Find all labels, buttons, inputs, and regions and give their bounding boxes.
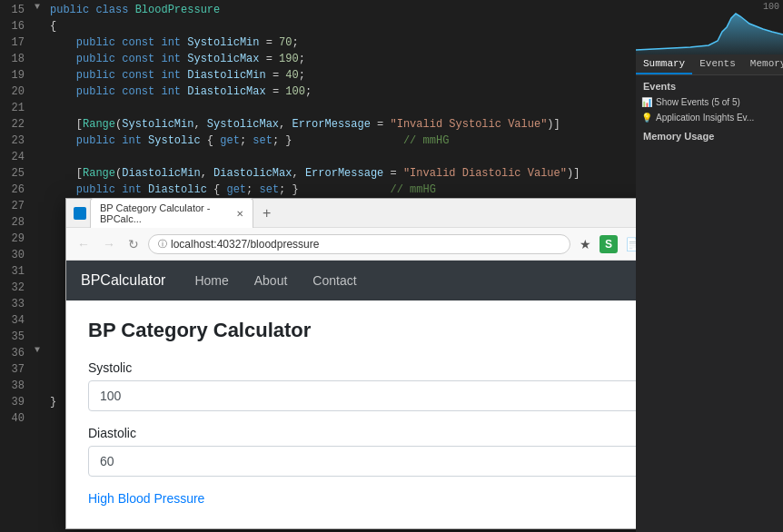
nav-link-contact[interactable]: Contact <box>302 268 367 293</box>
tab-close-button[interactable]: ✕ <box>236 209 243 219</box>
code-line-18: public const int SystolicMax = 190; <box>50 51 636 67</box>
app-insights-text: Application Insights Ev... <box>656 113 754 123</box>
browser-favicon <box>74 207 86 220</box>
tab-memory[interactable]: Memory <box>743 54 783 74</box>
app-brand: BPCalculator <box>81 272 165 289</box>
tab-title: BP Category Calculator - BPCalc... <box>100 202 231 224</box>
new-tab-button[interactable]: + <box>257 205 276 222</box>
browser-body: BPCalculator Home About Contact BP Categ… <box>66 261 636 528</box>
chart-label: 100 <box>763 2 779 12</box>
diastolic-input[interactable] <box>88 446 636 477</box>
diastolic-group: Diastolic <box>88 426 636 477</box>
page-title: BP Category Calculator <box>88 319 636 342</box>
pdf-icon[interactable]: 📄 <box>623 235 636 253</box>
lock-icon: ⓘ <box>158 238 167 251</box>
star-icon[interactable]: ★ <box>576 235 594 253</box>
diastolic-label: Diastolic <box>88 426 636 440</box>
browser-addressbar: ← → ↻ ⓘ localhost:40327/bloodpressure ★ … <box>66 228 636 261</box>
nav-links: Home About Contact <box>183 268 367 293</box>
nav-link-about[interactable]: About <box>243 268 299 293</box>
panel-tabs: Summary Events Memory <box>636 54 783 75</box>
tab-summary[interactable]: Summary <box>636 54 692 74</box>
code-line-23: public int Systolic { get; set; } // mmH… <box>50 133 636 149</box>
fold-icon-15[interactable]: ▼ <box>35 2 40 12</box>
app-content: BP Category Calculator Systolic Diastoli… <box>66 300 636 528</box>
code-line-22: [Range(SystolicMin, SystolicMax, ErrorMe… <box>50 116 636 133</box>
url-bar[interactable]: ⓘ localhost:40327/bloodpressure <box>148 234 570 254</box>
gutter: ▼ ▼ <box>32 0 50 532</box>
events-count: Show Events (5 of 5) <box>656 97 740 107</box>
app-insights-row: 💡 Application Insights Ev... <box>636 110 783 125</box>
code-line-25: [Range(DiastolicMin, DiastolicMax, Error… <box>50 165 636 182</box>
code-editor: 15 16 17 18 19 20 21 22 23 24 25 26 27 2… <box>0 0 636 532</box>
fold-icon-39[interactable]: ▼ <box>35 345 40 355</box>
line-numbers: 15 16 17 18 19 20 21 22 23 24 25 26 27 2… <box>0 0 32 532</box>
insights-icon: 💡 <box>641 113 652 123</box>
events-count-row: 📊 Show Events (5 of 5) <box>636 94 783 110</box>
browser-window: BP Category Calculator - BPCalc... ✕ + —… <box>65 198 636 529</box>
right-panel: 100 Summary Events Memory Events 📊 Show … <box>636 0 783 532</box>
code-line-19: public const int DiastolicMin = 40; <box>50 67 636 84</box>
back-button[interactable]: ← <box>74 235 94 253</box>
browser-toolbar-icons: ★ S 📄 ☰ 🧰 🖻 U ⋮ <box>576 234 636 254</box>
reload-button[interactable]: ↻ <box>124 235 143 253</box>
code-line-21 <box>50 100 636 116</box>
systolic-label: Systolic <box>88 360 636 375</box>
code-line-20: public const int DiastolicMax = 100; <box>50 84 636 100</box>
browser-titlebar: BP Category Calculator - BPCalc... ✕ + —… <box>66 199 636 228</box>
events-section-title: Events <box>636 75 783 94</box>
code-line-26: public int Diastolic { get; set; } // mm… <box>50 182 636 198</box>
url-text: localhost:40327/bloodpressure <box>171 238 319 251</box>
code-line-24 <box>50 149 636 165</box>
scribe-icon[interactable]: S <box>600 235 618 253</box>
memory-chart <box>636 0 783 54</box>
chart-icon: 📊 <box>641 97 652 107</box>
browser-tab[interactable]: BP Category Calculator - BPCalc... ✕ <box>90 198 253 228</box>
systolic-input[interactable] <box>88 380 636 411</box>
app-navbar: BPCalculator Home About Contact <box>66 261 636 300</box>
code-line-15: public class BloodPressure <box>50 2 636 18</box>
forward-button[interactable]: → <box>99 235 119 253</box>
memory-section-title: Memory Usage <box>636 125 783 144</box>
code-line-17: public const int SystolicMin = 70; <box>50 34 636 51</box>
chart-area: 100 <box>636 0 783 54</box>
nav-link-home[interactable]: Home <box>183 268 239 293</box>
result-text: High Blood Pressure <box>88 491 636 506</box>
code-line-16: { <box>50 18 636 34</box>
systolic-group: Systolic <box>88 360 636 411</box>
tab-events[interactable]: Events <box>692 54 743 74</box>
